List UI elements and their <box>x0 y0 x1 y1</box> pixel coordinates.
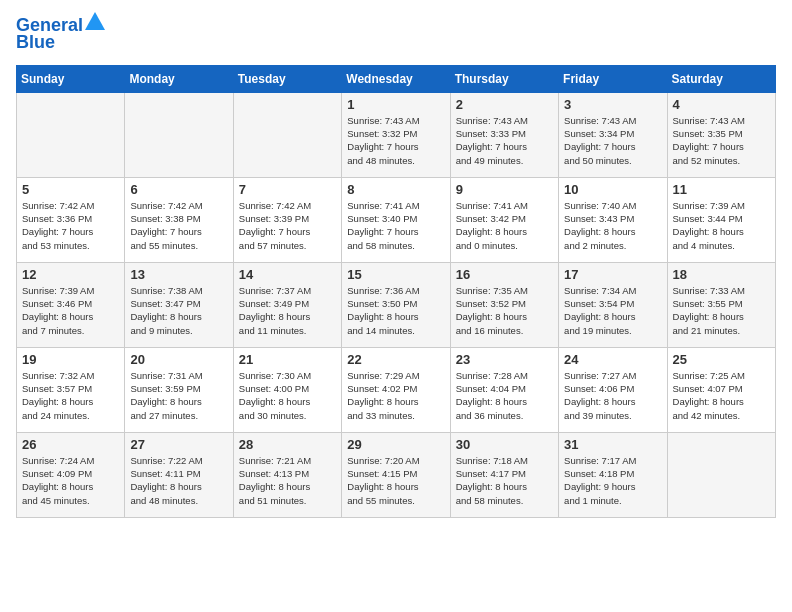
day-cell: 3Sunrise: 7:43 AM Sunset: 3:34 PM Daylig… <box>559 92 667 177</box>
day-number: 22 <box>347 352 444 367</box>
day-number: 5 <box>22 182 119 197</box>
day-info: Sunrise: 7:42 AM Sunset: 3:39 PM Dayligh… <box>239 199 336 252</box>
day-number: 1 <box>347 97 444 112</box>
day-number: 13 <box>130 267 227 282</box>
day-info: Sunrise: 7:43 AM Sunset: 3:35 PM Dayligh… <box>673 114 770 167</box>
day-info: Sunrise: 7:38 AM Sunset: 3:47 PM Dayligh… <box>130 284 227 337</box>
day-info: Sunrise: 7:31 AM Sunset: 3:59 PM Dayligh… <box>130 369 227 422</box>
day-number: 23 <box>456 352 553 367</box>
svg-marker-0 <box>85 12 105 30</box>
day-cell: 1Sunrise: 7:43 AM Sunset: 3:32 PM Daylig… <box>342 92 450 177</box>
day-cell: 7Sunrise: 7:42 AM Sunset: 3:39 PM Daylig… <box>233 177 341 262</box>
day-info: Sunrise: 7:39 AM Sunset: 3:44 PM Dayligh… <box>673 199 770 252</box>
week-row-1: 5Sunrise: 7:42 AM Sunset: 3:36 PM Daylig… <box>17 177 776 262</box>
week-row-0: 1Sunrise: 7:43 AM Sunset: 3:32 PM Daylig… <box>17 92 776 177</box>
day-number: 9 <box>456 182 553 197</box>
day-cell: 29Sunrise: 7:20 AM Sunset: 4:15 PM Dayli… <box>342 432 450 517</box>
day-number: 21 <box>239 352 336 367</box>
day-number: 12 <box>22 267 119 282</box>
header-thursday: Thursday <box>450 65 558 92</box>
day-number: 15 <box>347 267 444 282</box>
day-number: 10 <box>564 182 661 197</box>
day-info: Sunrise: 7:35 AM Sunset: 3:52 PM Dayligh… <box>456 284 553 337</box>
day-cell: 17Sunrise: 7:34 AM Sunset: 3:54 PM Dayli… <box>559 262 667 347</box>
day-number: 31 <box>564 437 661 452</box>
logo-icon <box>85 12 105 32</box>
day-number: 28 <box>239 437 336 452</box>
day-number: 16 <box>456 267 553 282</box>
day-number: 4 <box>673 97 770 112</box>
logo: General Blue <box>16 16 105 53</box>
day-info: Sunrise: 7:37 AM Sunset: 3:49 PM Dayligh… <box>239 284 336 337</box>
day-cell: 28Sunrise: 7:21 AM Sunset: 4:13 PM Dayli… <box>233 432 341 517</box>
day-number: 24 <box>564 352 661 367</box>
day-cell: 23Sunrise: 7:28 AM Sunset: 4:04 PM Dayli… <box>450 347 558 432</box>
calendar-table: SundayMondayTuesdayWednesdayThursdayFrid… <box>16 65 776 518</box>
header-friday: Friday <box>559 65 667 92</box>
day-cell <box>125 92 233 177</box>
day-cell: 11Sunrise: 7:39 AM Sunset: 3:44 PM Dayli… <box>667 177 775 262</box>
day-cell: 16Sunrise: 7:35 AM Sunset: 3:52 PM Dayli… <box>450 262 558 347</box>
day-cell: 18Sunrise: 7:33 AM Sunset: 3:55 PM Dayli… <box>667 262 775 347</box>
header-monday: Monday <box>125 65 233 92</box>
day-cell: 31Sunrise: 7:17 AM Sunset: 4:18 PM Dayli… <box>559 432 667 517</box>
day-cell: 8Sunrise: 7:41 AM Sunset: 3:40 PM Daylig… <box>342 177 450 262</box>
day-cell: 15Sunrise: 7:36 AM Sunset: 3:50 PM Dayli… <box>342 262 450 347</box>
day-number: 2 <box>456 97 553 112</box>
header-tuesday: Tuesday <box>233 65 341 92</box>
week-row-2: 12Sunrise: 7:39 AM Sunset: 3:46 PM Dayli… <box>17 262 776 347</box>
day-info: Sunrise: 7:30 AM Sunset: 4:00 PM Dayligh… <box>239 369 336 422</box>
day-info: Sunrise: 7:28 AM Sunset: 4:04 PM Dayligh… <box>456 369 553 422</box>
day-number: 17 <box>564 267 661 282</box>
day-cell: 25Sunrise: 7:25 AM Sunset: 4:07 PM Dayli… <box>667 347 775 432</box>
day-cell: 21Sunrise: 7:30 AM Sunset: 4:00 PM Dayli… <box>233 347 341 432</box>
day-info: Sunrise: 7:42 AM Sunset: 3:38 PM Dayligh… <box>130 199 227 252</box>
day-info: Sunrise: 7:27 AM Sunset: 4:06 PM Dayligh… <box>564 369 661 422</box>
day-number: 6 <box>130 182 227 197</box>
day-cell: 6Sunrise: 7:42 AM Sunset: 3:38 PM Daylig… <box>125 177 233 262</box>
header-wednesday: Wednesday <box>342 65 450 92</box>
day-number: 30 <box>456 437 553 452</box>
day-cell: 13Sunrise: 7:38 AM Sunset: 3:47 PM Dayli… <box>125 262 233 347</box>
day-cell: 14Sunrise: 7:37 AM Sunset: 3:49 PM Dayli… <box>233 262 341 347</box>
day-info: Sunrise: 7:18 AM Sunset: 4:17 PM Dayligh… <box>456 454 553 507</box>
day-info: Sunrise: 7:24 AM Sunset: 4:09 PM Dayligh… <box>22 454 119 507</box>
day-cell: 24Sunrise: 7:27 AM Sunset: 4:06 PM Dayli… <box>559 347 667 432</box>
day-cell: 30Sunrise: 7:18 AM Sunset: 4:17 PM Dayli… <box>450 432 558 517</box>
day-number: 7 <box>239 182 336 197</box>
week-row-4: 26Sunrise: 7:24 AM Sunset: 4:09 PM Dayli… <box>17 432 776 517</box>
header-saturday: Saturday <box>667 65 775 92</box>
day-info: Sunrise: 7:39 AM Sunset: 3:46 PM Dayligh… <box>22 284 119 337</box>
page-header: General Blue <box>16 16 776 53</box>
day-info: Sunrise: 7:21 AM Sunset: 4:13 PM Dayligh… <box>239 454 336 507</box>
calendar-header-row: SundayMondayTuesdayWednesdayThursdayFrid… <box>17 65 776 92</box>
day-number: 29 <box>347 437 444 452</box>
day-cell: 4Sunrise: 7:43 AM Sunset: 3:35 PM Daylig… <box>667 92 775 177</box>
day-cell: 5Sunrise: 7:42 AM Sunset: 3:36 PM Daylig… <box>17 177 125 262</box>
day-cell: 19Sunrise: 7:32 AM Sunset: 3:57 PM Dayli… <box>17 347 125 432</box>
day-info: Sunrise: 7:42 AM Sunset: 3:36 PM Dayligh… <box>22 199 119 252</box>
day-number: 18 <box>673 267 770 282</box>
day-info: Sunrise: 7:32 AM Sunset: 3:57 PM Dayligh… <box>22 369 119 422</box>
day-number: 27 <box>130 437 227 452</box>
day-number: 26 <box>22 437 119 452</box>
day-cell: 22Sunrise: 7:29 AM Sunset: 4:02 PM Dayli… <box>342 347 450 432</box>
day-cell <box>233 92 341 177</box>
day-info: Sunrise: 7:41 AM Sunset: 3:40 PM Dayligh… <box>347 199 444 252</box>
day-info: Sunrise: 7:43 AM Sunset: 3:34 PM Dayligh… <box>564 114 661 167</box>
day-cell: 27Sunrise: 7:22 AM Sunset: 4:11 PM Dayli… <box>125 432 233 517</box>
day-number: 25 <box>673 352 770 367</box>
day-number: 8 <box>347 182 444 197</box>
day-cell: 10Sunrise: 7:40 AM Sunset: 3:43 PM Dayli… <box>559 177 667 262</box>
header-sunday: Sunday <box>17 65 125 92</box>
day-number: 11 <box>673 182 770 197</box>
day-info: Sunrise: 7:36 AM Sunset: 3:50 PM Dayligh… <box>347 284 444 337</box>
day-info: Sunrise: 7:41 AM Sunset: 3:42 PM Dayligh… <box>456 199 553 252</box>
day-cell: 12Sunrise: 7:39 AM Sunset: 3:46 PM Dayli… <box>17 262 125 347</box>
day-info: Sunrise: 7:29 AM Sunset: 4:02 PM Dayligh… <box>347 369 444 422</box>
day-cell: 9Sunrise: 7:41 AM Sunset: 3:42 PM Daylig… <box>450 177 558 262</box>
day-cell <box>17 92 125 177</box>
day-number: 14 <box>239 267 336 282</box>
day-info: Sunrise: 7:20 AM Sunset: 4:15 PM Dayligh… <box>347 454 444 507</box>
day-cell: 20Sunrise: 7:31 AM Sunset: 3:59 PM Dayli… <box>125 347 233 432</box>
